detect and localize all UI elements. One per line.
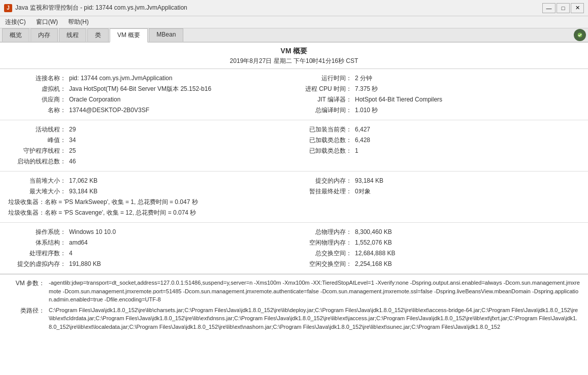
- max-heap-label: 最大堆大小：: [8, 187, 69, 196]
- cpu-time-label: 进程 CPU 时间：: [294, 85, 355, 93]
- gc1-row: 垃圾收集器：名称 = 'PS MarkSweep', 收集 = 1, 总花费时间…: [8, 197, 294, 208]
- menu-bar: 连接(C) 窗口(W) 帮助(H): [0, 16, 588, 28]
- compile-time-label: 总编译时间：: [294, 106, 355, 115]
- os-label: 操作系统：: [8, 228, 69, 236]
- menu-help[interactable]: 帮助(H): [65, 17, 92, 27]
- current-heap-label: 当前堆大小：: [8, 177, 69, 185]
- vm-value: Java HotSpot(TM) 64-Bit Server VM版本 25.1…: [69, 85, 211, 93]
- current-heap-row: 当前堆大小： 17,062 KB: [8, 176, 294, 186]
- active-threads-label: 活动线程：: [8, 125, 69, 134]
- total-threads-row: 启动的线程总数： 46: [8, 156, 294, 167]
- arch-label: 体系结构：: [8, 238, 69, 247]
- total-swap-label: 总交换空间：: [294, 249, 355, 258]
- vm-params-value: -agentlib:jdwp=transport=dt_socket,addre…: [49, 279, 580, 304]
- jit-label: JIT 编译器：: [294, 95, 355, 104]
- processors-label: 处理程序数：: [8, 249, 69, 258]
- gc1-value: 垃圾收集器：名称 = 'PS MarkSweep', 收集 = 1, 总花费时间…: [8, 198, 198, 207]
- free-swap-row: 空闲交换空间： 2,254,168 KB: [294, 259, 580, 269]
- jit-row: JIT 编译器： HotSpot 64-Bit Tiered Compilers: [294, 94, 580, 105]
- vendor-label: 供应商：: [8, 95, 69, 104]
- gc2-value: 垃圾收集器：名称 = 'PS Scavenge', 收集 = 12, 总花费时间…: [8, 209, 196, 217]
- maximize-button[interactable]: □: [557, 3, 570, 13]
- pending-finalize-value: 0对象: [355, 187, 371, 196]
- free-swap-value: 2,254,168 KB: [355, 260, 392, 267]
- status-icon: [574, 29, 586, 41]
- cpu-time-row: 进程 CPU 时间： 7.375 秒: [294, 84, 580, 94]
- vm-summary-title: VM 概要: [0, 47, 588, 56]
- total-physical-row: 总物理内存： 8,300,460 KB: [294, 227, 580, 237]
- close-button[interactable]: ✕: [571, 3, 584, 13]
- name-label: 名称：: [8, 106, 69, 115]
- menu-connect[interactable]: 连接(C): [2, 17, 29, 27]
- title-text: Java 监视和管理控制台 - pid: 13744 com.ys.jvm.Jv…: [15, 4, 187, 12]
- connection-name-label: 连接名称：: [8, 74, 69, 83]
- menu-window[interactable]: 窗口(W): [33, 17, 61, 27]
- vm-params-label: VM 参数：: [8, 279, 49, 288]
- tab-threads[interactable]: 线程: [59, 28, 86, 42]
- free-physical-value: 1,552,076 KB: [355, 239, 392, 246]
- tab-classes[interactable]: 类: [87, 28, 109, 42]
- connection-name-value: pid: 13744 com.ys.jvm.JvmApplication: [69, 75, 172, 82]
- vm-header: VM 概要 2019年8月27日 星期二 下午10时41分16秒 CST: [0, 43, 588, 69]
- title-bar: J Java 监视和管理控制台 - pid: 13744 com.ys.jvm.…: [0, 0, 588, 16]
- vendor-row: 供应商： Oracle Corporation: [8, 94, 294, 105]
- total-classes-row: 已加载类总数： 6,428: [294, 135, 580, 146]
- total-classes-value: 6,428: [355, 137, 370, 144]
- arch-row: 体系结构： amd64: [8, 237, 294, 248]
- arch-value: amd64: [69, 239, 88, 246]
- current-classes-label: 已加装当前类：: [294, 125, 355, 134]
- max-heap-value: 93,184 KB: [69, 188, 97, 195]
- virtual-mem-value: 191,880 KB: [69, 260, 101, 267]
- virtual-mem-row: 提交的虚拟内存： 191,880 KB: [8, 259, 294, 269]
- connection-info-section: 连接名称： pid: 13744 com.ys.jvm.JvmApplicati…: [0, 69, 588, 120]
- daemon-threads-value: 25: [69, 147, 76, 154]
- tab-vm-summary[interactable]: VM 概要: [110, 28, 148, 43]
- active-threads-row: 活动线程： 29: [8, 124, 294, 135]
- jit-value: HotSpot 64-Bit Tiered Compilers: [355, 96, 442, 103]
- free-physical-row: 空闲物理内存： 1,552,076 KB: [294, 237, 580, 248]
- daemon-threads-row: 守护程序线程： 25: [8, 146, 294, 156]
- max-heap-row: 最大堆大小： 93,184 KB: [8, 186, 294, 197]
- current-classes-row: 已加装当前类： 6,427: [294, 124, 580, 135]
- vm-label: 虚拟机：: [8, 85, 69, 93]
- total-classes-label: 已加载类总数：: [294, 136, 355, 145]
- os-info-section: 操作系统： Windows 10 10.0 体系结构： amd64 处理程序数：…: [0, 223, 588, 274]
- compile-time-row: 总编译时间： 1.010 秒: [294, 105, 580, 116]
- tab-mbean[interactable]: MBean: [149, 28, 183, 42]
- peak-value: 34: [69, 137, 76, 144]
- class-path-value: C:\Program Files\Java\jdk1.8.0_152\jre\l…: [49, 306, 580, 331]
- class-path-label: 类路径：: [8, 306, 49, 315]
- main-content[interactable]: VM 概要 2019年8月27日 星期二 下午10时41分16秒 CST 连接名…: [0, 43, 588, 375]
- total-swap-value: 12,684,888 KB: [355, 250, 395, 257]
- tab-memory[interactable]: 内存: [30, 28, 58, 42]
- connect-icon: [576, 31, 583, 39]
- unloaded-classes-value: 1: [355, 147, 358, 154]
- processors-value: 4: [69, 250, 73, 257]
- name-row: 名称： 13744@DESKTOP-2B0V3SF: [8, 105, 294, 116]
- tab-bar: 概览 内存 线程 类 VM 概要 MBean: [0, 28, 588, 43]
- processors-row: 处理程序数： 4: [8, 248, 294, 259]
- total-threads-value: 46: [69, 158, 76, 165]
- heap-info-section: 当前堆大小： 17,062 KB 最大堆大小： 93,184 KB 垃圾收集器：…: [0, 172, 588, 223]
- total-physical-value: 8,300,460 KB: [355, 228, 392, 235]
- vm-params-section: VM 参数： -agentlib:jdwp=transport=dt_socke…: [0, 274, 588, 337]
- vm-row: 虚拟机： Java HotSpot(TM) 64-Bit Server VM版本…: [8, 84, 294, 94]
- unloaded-classes-label: 已卸载类总数：: [294, 147, 355, 155]
- free-swap-label: 空闲交换空间：: [294, 260, 355, 268]
- current-heap-value: 17,062 KB: [69, 177, 97, 184]
- total-swap-row: 总交换空间： 12,684,888 KB: [294, 248, 580, 259]
- vm-summary-date: 2019年8月27日 星期二 下午10时41分16秒 CST: [0, 57, 588, 65]
- window-controls: — □ ✕: [542, 3, 584, 13]
- uptime-row: 运行时间： 2 分钟: [294, 73, 580, 84]
- current-classes-value: 6,427: [355, 126, 370, 133]
- tab-overview[interactable]: 概览: [2, 28, 29, 42]
- os-row: 操作系统： Windows 10 10.0: [8, 227, 294, 237]
- uptime-label: 运行时间：: [294, 74, 355, 83]
- name-value: 13744@DESKTOP-2B0V3SF: [69, 107, 149, 114]
- virtual-mem-label: 提交的虚拟内存：: [8, 260, 69, 268]
- compile-time-value: 1.010 秒: [355, 106, 378, 115]
- minimize-button[interactable]: —: [542, 3, 556, 13]
- total-physical-label: 总物理内存：: [294, 228, 355, 236]
- app-icon: J: [4, 4, 12, 12]
- peak-label: 峰值：: [8, 136, 69, 145]
